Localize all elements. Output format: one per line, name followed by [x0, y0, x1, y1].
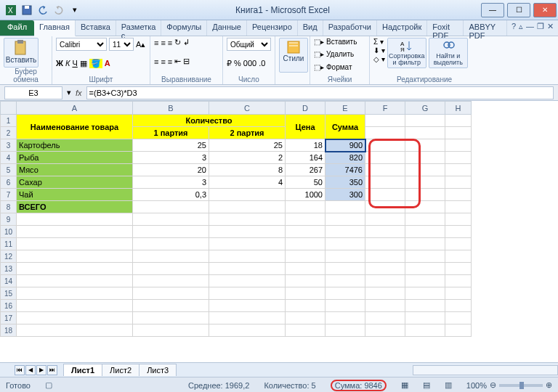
- zoom-level[interactable]: 100%: [466, 381, 487, 390]
- cell[interactable]: 3: [133, 176, 209, 189]
- table-row[interactable]: 8 ВСЕГО: [1, 201, 472, 213]
- decimal-inc-icon[interactable]: .0: [259, 59, 265, 68]
- cell[interactable]: Сахар: [17, 176, 133, 189]
- fbar-dropdown-icon[interactable]: ▾: [67, 88, 71, 97]
- table-row[interactable]: 3 Картофель 25 25 18 900: [1, 139, 472, 152]
- tab-view[interactable]: Вид: [298, 20, 323, 36]
- cell[interactable]: ВСЕГО: [17, 201, 133, 213]
- cells-format-button[interactable]: Формат: [326, 63, 352, 71]
- cell[interactable]: 8: [209, 164, 286, 176]
- cell[interactable]: Цена: [286, 115, 326, 139]
- col-header-A[interactable]: A: [17, 102, 133, 115]
- font-size-select[interactable]: 11: [109, 38, 134, 51]
- underline-icon[interactable]: Ч: [72, 59, 77, 68]
- close-button[interactable]: ✕: [533, 3, 557, 17]
- sheet-tab[interactable]: Лист1: [63, 364, 102, 376]
- sheet-max-icon[interactable]: ❐: [537, 22, 544, 34]
- col-header-E[interactable]: E: [326, 102, 365, 115]
- help-icon[interactable]: ?: [512, 22, 516, 34]
- zoom-in-icon[interactable]: ⊕: [546, 380, 552, 390]
- undo-icon[interactable]: [36, 4, 49, 17]
- sheet-tab[interactable]: Лист3: [139, 364, 177, 376]
- tab-layout[interactable]: Разметка с: [116, 20, 162, 36]
- cell-selected[interactable]: 300: [326, 189, 365, 201]
- col-header-F[interactable]: F: [365, 102, 405, 115]
- cell[interactable]: Сумма: [326, 115, 365, 139]
- redo-icon[interactable]: [52, 4, 65, 17]
- zoom-out-icon[interactable]: ⊖: [490, 380, 496, 390]
- tab-formulas[interactable]: Формулы: [161, 20, 207, 36]
- cell[interactable]: Мясо: [17, 164, 133, 176]
- cell[interactable]: 18: [286, 139, 326, 152]
- cell[interactable]: 4: [209, 176, 286, 189]
- cell-selected[interactable]: 820: [326, 152, 365, 164]
- cell[interactable]: 0,3: [133, 189, 209, 201]
- minimize-button[interactable]: —: [481, 3, 504, 17]
- sheet-tab[interactable]: Лист2: [102, 364, 140, 376]
- cell[interactable]: Чай: [17, 189, 133, 201]
- cell-selected[interactable]: 7476: [326, 164, 365, 176]
- wrap-icon[interactable]: ↲: [183, 38, 190, 47]
- grid[interactable]: A B C D E F G H 1 Наименование товара Ко…: [0, 101, 472, 337]
- worksheet[interactable]: A B C D E F G H 1 Наименование товара Ко…: [0, 101, 558, 362]
- cell[interactable]: Наименование товара: [17, 115, 133, 139]
- tab-insert[interactable]: Вставка: [76, 20, 116, 36]
- formula-input[interactable]: [86, 86, 554, 99]
- col-header-B[interactable]: B: [133, 102, 209, 115]
- tab-developer[interactable]: Разработчи: [323, 20, 377, 36]
- autosum-icon[interactable]: Σ ▾: [373, 38, 385, 46]
- col-header-H[interactable]: H: [445, 102, 472, 115]
- clear-icon[interactable]: ◇ ▾: [373, 55, 385, 63]
- qat-more-icon[interactable]: ▾: [68, 4, 81, 17]
- table-row[interactable]: 7 Чай 0,3 1000 300: [1, 189, 472, 201]
- cell[interactable]: 3: [133, 152, 209, 164]
- border-icon[interactable]: ▦: [80, 59, 87, 68]
- view-layout-icon[interactable]: ▤: [423, 380, 430, 390]
- cells-delete-button[interactable]: Удалить: [326, 50, 354, 58]
- cell[interactable]: 2: [209, 152, 286, 164]
- col-header-C[interactable]: C: [209, 102, 286, 115]
- cell-delete-icon[interactable]: ⬚▸: [314, 50, 324, 58]
- fill-icon[interactable]: ⬇ ▾: [373, 46, 385, 54]
- bold-icon[interactable]: Ж: [56, 59, 63, 68]
- fx-icon[interactable]: fx: [76, 89, 82, 97]
- save-icon[interactable]: [20, 4, 33, 17]
- cell[interactable]: 20: [133, 164, 209, 176]
- comma-icon[interactable]: 000: [243, 59, 256, 68]
- cell[interactable]: 164: [286, 152, 326, 164]
- font-color-icon[interactable]: A: [105, 59, 110, 68]
- tab-data[interactable]: Данные: [207, 20, 247, 36]
- align-right-icon[interactable]: ≡: [168, 57, 172, 66]
- cell-insert-icon[interactable]: ⬚▸: [314, 38, 324, 46]
- col-header-G[interactable]: G: [405, 102, 445, 115]
- align-left-icon[interactable]: ≡: [154, 57, 158, 66]
- collapse-ribbon-icon[interactable]: ▵: [519, 22, 523, 34]
- currency-icon[interactable]: ₽: [227, 59, 232, 68]
- cell[interactable]: 1000: [286, 189, 326, 201]
- view-normal-icon[interactable]: ▦: [401, 380, 408, 390]
- zoom-slider[interactable]: [499, 384, 543, 387]
- align-center-icon[interactable]: ≡: [161, 57, 165, 66]
- sheet-min-icon[interactable]: —: [526, 22, 534, 34]
- orientation-icon[interactable]: ↻: [174, 38, 181, 47]
- maximize-button[interactable]: ☐: [507, 3, 530, 17]
- merge-icon[interactable]: ⊟: [183, 57, 190, 66]
- record-macro-icon[interactable]: ▢: [45, 380, 52, 390]
- indent-dec-icon[interactable]: ⇤: [174, 57, 181, 66]
- cell[interactable]: 25: [133, 139, 209, 152]
- tab-addins[interactable]: Надстройк: [377, 20, 427, 36]
- tab-file[interactable]: Файл: [0, 20, 34, 36]
- tab-home[interactable]: Главная: [34, 20, 76, 36]
- select-all[interactable]: [1, 102, 17, 115]
- find-button[interactable]: Найти и выделить: [429, 38, 468, 68]
- name-box[interactable]: [4, 86, 62, 99]
- cell[interactable]: [209, 189, 286, 201]
- table-row[interactable]: 4 Рыба 3 2 164 820: [1, 152, 472, 164]
- horizontal-scrollbar[interactable]: [413, 365, 558, 375]
- cell[interactable]: Рыба: [17, 152, 133, 164]
- sheet-nav-next-icon[interactable]: ▶: [36, 365, 46, 375]
- italic-icon[interactable]: К: [65, 59, 70, 68]
- grow-font-icon[interactable]: A▴: [136, 40, 145, 49]
- paste-button[interactable]: Вставить: [4, 38, 39, 68]
- cell[interactable]: Картофель: [17, 139, 133, 152]
